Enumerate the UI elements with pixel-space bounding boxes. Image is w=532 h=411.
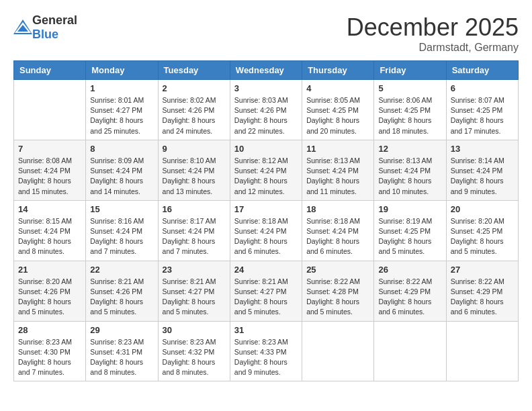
day-number: 24	[234, 265, 298, 275]
sunset-text: Sunset: 4:26 PM	[163, 106, 215, 114]
day-number: 28	[18, 325, 81, 335]
sunset-text: Sunset: 4:24 PM	[18, 227, 71, 235]
calendar-cell: 20 Sunrise: 8:20 AM Sunset: 4:25 PM Dayl…	[446, 200, 518, 261]
day-info: Sunrise: 8:20 AM Sunset: 4:25 PM Dayligh…	[451, 216, 514, 257]
calendar-cell: 28 Sunrise: 8:23 AM Sunset: 4:30 PM Dayl…	[14, 321, 86, 381]
week-row-1: 1 Sunrise: 8:01 AM Sunset: 4:27 PM Dayli…	[14, 80, 519, 140]
sunset-text: Sunset: 4:30 PM	[18, 348, 71, 356]
sunset-text: Sunset: 4:25 PM	[306, 106, 359, 114]
day-info: Sunrise: 8:23 AM Sunset: 4:30 PM Dayligh…	[18, 337, 81, 378]
day-info: Sunrise: 8:23 AM Sunset: 4:33 PM Dayligh…	[234, 337, 298, 378]
sunset-text: Sunset: 4:24 PM	[90, 167, 142, 175]
sunset-text: Sunset: 4:26 PM	[234, 106, 287, 114]
sunset-text: Sunset: 4:24 PM	[306, 227, 359, 235]
calendar-cell: 26 Sunrise: 8:22 AM Sunset: 4:29 PM Dayl…	[374, 261, 446, 321]
day-number: 21	[18, 265, 81, 275]
calendar-cell: 6 Sunrise: 8:07 AM Sunset: 4:25 PM Dayli…	[446, 80, 518, 140]
calendar-cell: 15 Sunrise: 8:16 AM Sunset: 4:24 PM Dayl…	[86, 200, 158, 261]
day-number: 23	[163, 265, 226, 275]
weekday-header-row: SundayMondayTuesdayWednesdayThursdayFrid…	[14, 61, 519, 80]
sunset-text: Sunset: 4:31 PM	[90, 348, 142, 356]
day-info: Sunrise: 8:13 AM Sunset: 4:24 PM Dayligh…	[306, 156, 369, 197]
day-number: 5	[378, 83, 441, 93]
day-info: Sunrise: 8:16 AM Sunset: 4:24 PM Dayligh…	[90, 216, 153, 257]
calendar-cell	[446, 321, 518, 381]
calendar-cell	[14, 80, 86, 140]
sunrise-text: Sunrise: 8:23 AM	[234, 338, 288, 346]
day-info: Sunrise: 8:15 AM Sunset: 4:24 PM Dayligh…	[18, 216, 81, 257]
day-number: 29	[90, 325, 153, 335]
sunrise-text: Sunrise: 8:22 AM	[378, 277, 432, 285]
daylight-text: Daylight: 8 hours and 24 minutes.	[163, 116, 216, 134]
calendar-cell: 9 Sunrise: 8:10 AM Sunset: 4:24 PM Dayli…	[158, 140, 230, 200]
day-number: 6	[451, 83, 514, 93]
day-info: Sunrise: 8:03 AM Sunset: 4:26 PM Dayligh…	[234, 95, 298, 136]
day-info: Sunrise: 8:12 AM Sunset: 4:24 PM Dayligh…	[234, 156, 298, 197]
sunrise-text: Sunrise: 8:18 AM	[306, 217, 360, 225]
daylight-text: Daylight: 8 hours and 8 minutes.	[90, 358, 143, 376]
calendar-cell: 22 Sunrise: 8:21 AM Sunset: 4:26 PM Dayl…	[86, 261, 158, 321]
sunset-text: Sunset: 4:24 PM	[163, 167, 215, 175]
daylight-text: Daylight: 8 hours and 15 minutes.	[18, 177, 71, 195]
calendar-cell: 13 Sunrise: 8:14 AM Sunset: 4:24 PM Dayl…	[446, 140, 518, 200]
daylight-text: Daylight: 8 hours and 20 minutes.	[306, 116, 359, 134]
sunset-text: Sunset: 4:25 PM	[378, 227, 431, 235]
weekday-header-thursday: Thursday	[302, 61, 374, 80]
sunrise-text: Sunrise: 8:23 AM	[163, 338, 216, 346]
sunset-text: Sunset: 4:24 PM	[90, 227, 142, 235]
day-number: 22	[90, 265, 153, 275]
daylight-text: Daylight: 8 hours and 5 minutes.	[234, 298, 287, 316]
calendar-cell: 4 Sunrise: 8:05 AM Sunset: 4:25 PM Dayli…	[302, 80, 374, 140]
day-info: Sunrise: 8:08 AM Sunset: 4:24 PM Dayligh…	[18, 156, 81, 197]
sunset-text: Sunset: 4:29 PM	[378, 287, 431, 295]
sunrise-text: Sunrise: 8:21 AM	[234, 277, 288, 285]
sunrise-text: Sunrise: 8:12 AM	[234, 156, 288, 165]
weekday-header-friday: Friday	[374, 61, 446, 80]
sunset-text: Sunset: 4:24 PM	[163, 227, 215, 235]
sunrise-text: Sunrise: 8:15 AM	[18, 217, 72, 225]
day-number: 1	[90, 83, 153, 93]
day-number: 26	[378, 265, 441, 275]
day-info: Sunrise: 8:09 AM Sunset: 4:24 PM Dayligh…	[90, 156, 153, 197]
day-info: Sunrise: 8:18 AM Sunset: 4:24 PM Dayligh…	[306, 216, 369, 257]
day-number: 17	[234, 204, 298, 214]
day-number: 16	[163, 204, 226, 214]
day-info: Sunrise: 8:21 AM Sunset: 4:26 PM Dayligh…	[90, 277, 153, 318]
day-info: Sunrise: 8:22 AM Sunset: 4:29 PM Dayligh…	[378, 277, 441, 318]
daylight-text: Daylight: 8 hours and 6 minutes.	[451, 298, 504, 316]
daylight-text: Daylight: 8 hours and 7 minutes.	[90, 237, 143, 255]
sunrise-text: Sunrise: 8:23 AM	[90, 338, 144, 346]
day-number: 7	[18, 144, 81, 154]
day-info: Sunrise: 8:21 AM Sunset: 4:27 PM Dayligh…	[163, 277, 226, 318]
day-number: 19	[378, 204, 441, 214]
daylight-text: Daylight: 8 hours and 7 minutes.	[18, 358, 71, 376]
week-row-2: 7 Sunrise: 8:08 AM Sunset: 4:24 PM Dayli…	[14, 140, 519, 200]
calendar-cell: 11 Sunrise: 8:13 AM Sunset: 4:24 PM Dayl…	[302, 140, 374, 200]
sunrise-text: Sunrise: 8:21 AM	[90, 277, 144, 285]
day-number: 12	[378, 144, 441, 154]
calendar-cell: 30 Sunrise: 8:23 AM Sunset: 4:32 PM Dayl…	[158, 321, 230, 381]
calendar-cell: 16 Sunrise: 8:17 AM Sunset: 4:24 PM Dayl…	[158, 200, 230, 261]
sunrise-text: Sunrise: 8:08 AM	[18, 156, 72, 165]
sunrise-text: Sunrise: 8:20 AM	[18, 277, 72, 285]
sunrise-text: Sunrise: 8:17 AM	[163, 217, 216, 225]
sunset-text: Sunset: 4:27 PM	[234, 287, 287, 295]
logo-blue: Blue	[32, 28, 58, 41]
sunset-text: Sunset: 4:29 PM	[451, 287, 503, 295]
day-info: Sunrise: 8:17 AM Sunset: 4:24 PM Dayligh…	[163, 216, 226, 257]
day-info: Sunrise: 8:19 AM Sunset: 4:25 PM Dayligh…	[378, 216, 441, 257]
day-number: 8	[90, 144, 153, 154]
sunset-text: Sunset: 4:24 PM	[378, 167, 431, 175]
location-title: Darmstadt, Germany	[347, 42, 519, 54]
calendar-cell: 8 Sunrise: 8:09 AM Sunset: 4:24 PM Dayli…	[86, 140, 158, 200]
day-info: Sunrise: 8:06 AM Sunset: 4:25 PM Dayligh…	[378, 95, 441, 136]
daylight-text: Daylight: 8 hours and 25 minutes.	[90, 116, 143, 134]
calendar-cell: 3 Sunrise: 8:03 AM Sunset: 4:26 PM Dayli…	[230, 80, 302, 140]
day-info: Sunrise: 8:18 AM Sunset: 4:24 PM Dayligh…	[234, 216, 298, 257]
daylight-text: Daylight: 8 hours and 12 minutes.	[234, 177, 287, 195]
sunset-text: Sunset: 4:25 PM	[451, 227, 503, 235]
day-info: Sunrise: 8:23 AM Sunset: 4:31 PM Dayligh…	[90, 337, 153, 378]
calendar-cell: 23 Sunrise: 8:21 AM Sunset: 4:27 PM Dayl…	[158, 261, 230, 321]
title-area: December 2025 Darmstadt, Germany	[347, 13, 519, 54]
day-info: Sunrise: 8:10 AM Sunset: 4:24 PM Dayligh…	[163, 156, 226, 197]
